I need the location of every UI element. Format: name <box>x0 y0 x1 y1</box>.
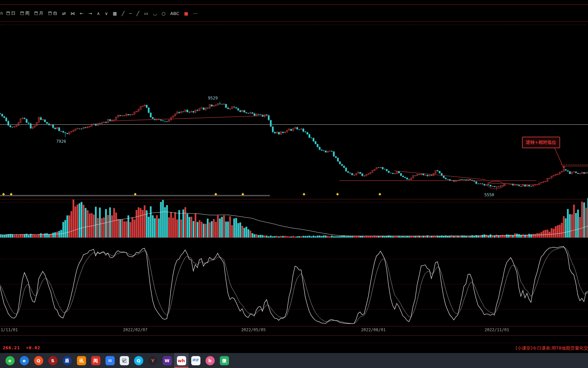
toolbar: n 日周月自 ⇄⋈←→∧∨▦╱─╱▭◡○ABC■⋯ <box>0 0 588 20</box>
chart-canvas[interactable] <box>0 0 588 342</box>
toolbar-ellipse-icon[interactable]: ○ <box>159 9 168 17</box>
taskbar-app-music-glyph: Y <box>148 356 158 365</box>
quote-readout: 266.21 +0.02 <box>3 345 40 350</box>
taskbar-app-green-browser[interactable]: e <box>3 353 17 368</box>
taskbar-app-ifly-glyph: iFLY <box>191 356 200 365</box>
taskbar-app-sogou[interactable]: S <box>46 353 60 368</box>
taskbar-app-wechat-glyph: 微 <box>220 356 229 365</box>
calendar-icon <box>48 12 52 15</box>
taskbar-app-wechat[interactable]: 微 <box>217 353 231 368</box>
low-left-price-label: 7926 <box>56 139 66 144</box>
taskbar-app-security-glyph: 盾 <box>63 356 72 365</box>
toolbar-tools: ⇄⋈←→∧∨▦╱─╱▭◡○ABC■⋯ <box>60 9 200 17</box>
taskbar-app-blue-browser-glyph: e <box>20 356 29 365</box>
taskbar: eeQS盾讯阅✉记QYWwhiFLYb微 <box>0 353 588 368</box>
taskbar-app-green-browser-glyph: e <box>5 356 15 365</box>
toolbar-color-icon[interactable]: ■ <box>182 9 191 17</box>
taskbar-app-ifly[interactable]: iFLY <box>189 353 203 368</box>
calendar-icon <box>6 12 10 15</box>
taskbar-app-word[interactable]: W <box>160 353 174 368</box>
toolbar-compress-icon[interactable]: ⋈ <box>68 9 78 17</box>
toolbar-zoom-out-icon[interactable]: ∨ <box>102 9 111 17</box>
toolbar-rect-icon[interactable]: ▭ <box>142 9 150 17</box>
taskbar-app-mail[interactable]: ✉ <box>103 353 117 368</box>
period-day-button[interactable]: 日 <box>4 9 18 17</box>
taskbar-app-orange-browser-glyph: Q <box>34 356 43 365</box>
toolbar-divider <box>0 4 588 5</box>
taskbar-app-red-reader-glyph: 阅 <box>91 356 100 365</box>
calendar-icon <box>34 12 38 15</box>
period-custom-button[interactable]: 自 <box>46 9 60 17</box>
quote-change: +0.02 <box>26 345 40 350</box>
taskbar-app-office-orange[interactable]: 讯 <box>74 353 88 368</box>
toolbar-pan-right-icon[interactable]: → <box>86 9 94 17</box>
calendar-icon <box>20 12 24 15</box>
taskbar-app-red-reader[interactable]: 阅 <box>88 353 103 368</box>
toolbar-row: n 日周月自 ⇄⋈←→∧∨▦╱─╱▭◡○ABC■⋯ <box>0 9 200 18</box>
low-right-price-label: 5550 <box>484 193 494 197</box>
taskbar-app-music[interactable]: Y <box>146 353 160 368</box>
taskbar-app-mail-glyph: ✉ <box>105 356 115 365</box>
toolbar-ray-icon[interactable]: ╱ <box>134 9 142 17</box>
toolbar-text-icon[interactable]: ABC <box>168 9 182 17</box>
taskbar-app-notes-glyph: 记 <box>120 356 129 365</box>
taskbar-app-office-orange-glyph: 讯 <box>77 356 86 365</box>
annotation-callout[interactable]: 逆转+相对低位 <box>522 137 560 148</box>
toolbar-arc-icon[interactable]: ◡ <box>150 9 159 17</box>
taskbar-app-qq-glyph: Q <box>134 356 143 365</box>
taskbar-app-pink-media-glyph: b <box>206 356 215 365</box>
taskbar-app-wenhua[interactable]: wh <box>174 353 189 368</box>
annotation-text: 逆转+相对低位 <box>526 139 556 145</box>
high-price-label: 9529 <box>208 96 218 101</box>
toolbar-trendline-icon[interactable]: ╱ <box>119 9 127 17</box>
taskbar-app-blue-browser[interactable]: e <box>17 353 31 368</box>
taskbar-app-security[interactable]: 盾 <box>60 353 74 368</box>
taskbar-apps: eeQS盾讯阅✉记QYWwhiFLYb微 <box>3 353 231 368</box>
taskbar-app-notes[interactable]: 记 <box>117 353 131 368</box>
taskbar-app-orange-browser[interactable]: Q <box>31 353 46 368</box>
toolbar-hline-icon[interactable]: ─ <box>127 9 134 17</box>
taskbar-app-word-glyph: W <box>163 356 172 365</box>
toolbar-more-icon[interactable]: ⋯ <box>191 9 200 17</box>
taskbar-app-wenhua-glyph: wh <box>177 356 186 365</box>
taskbar-app-pink-media[interactable]: b <box>203 353 217 368</box>
period-month-button[interactable]: 月 <box>32 9 46 17</box>
toolbar-zoom-in-icon[interactable]: ∧ <box>94 9 102 17</box>
toolbar-clipped-label: n <box>0 11 4 16</box>
toolbar-pan-left-icon[interactable]: ← <box>78 9 86 17</box>
status-bar: 266.21 +0.02 [小课堂]今日课表:用T8做期货量化交 <box>0 343 588 352</box>
news-ticker[interactable]: [小课堂]今日课表:用T8做期货量化交 <box>516 345 588 351</box>
screen: n 日周月自 ⇄⋈←→∧∨▦╱─╱▭◡○ABC■⋯ 9529 7926 5550… <box>0 0 588 368</box>
toolbar-grid-icon[interactable]: ▦ <box>110 9 119 17</box>
taskbar-app-sogou-glyph: S <box>48 356 58 365</box>
toolbar-swap-icon[interactable]: ⇄ <box>60 9 68 17</box>
toolbar-periods: 日周月自 <box>4 9 60 17</box>
taskbar-app-qq[interactable]: Q <box>131 353 146 368</box>
quote-price: 266.21 <box>3 345 20 350</box>
period-week-button[interactable]: 周 <box>18 9 32 17</box>
